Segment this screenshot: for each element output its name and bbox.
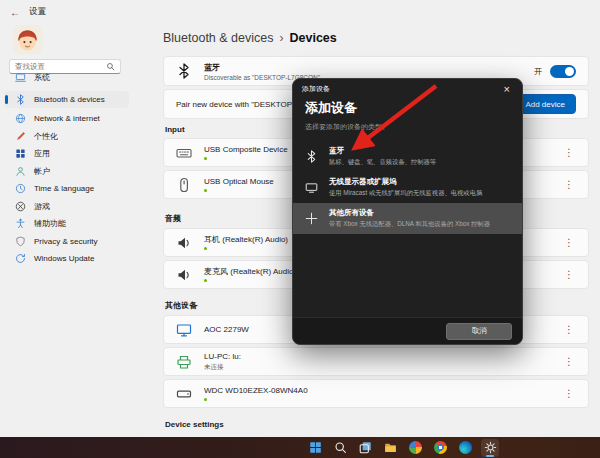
device-status-text: 未连接 <box>204 363 241 372</box>
dialog-option-desc: 使用 Miracast 或无线扩展坞的无线监视器、电视或电脑 <box>329 189 482 198</box>
bluetooth-toggle[interactable] <box>550 65 576 78</box>
add-device-button[interactable]: Add device <box>514 94 576 114</box>
device-name: USB Optical Mouse <box>204 177 274 187</box>
more-options-button[interactable]: ⋮ <box>562 357 576 367</box>
sidebar-nav: 系统Bluetooth & devicesNetwork & internet个… <box>4 69 129 268</box>
task-view-icon <box>359 441 372 454</box>
selection-indicator <box>5 95 8 104</box>
drive-icon <box>176 386 192 402</box>
apps-icon <box>15 148 26 159</box>
dialog-footer: 取消 <box>293 317 522 344</box>
titlebar: ← 设置 <box>10 5 46 19</box>
sidebar-item-accessibility[interactable]: 辅助功能 <box>4 215 129 233</box>
plus-icon <box>305 212 318 225</box>
sidebar-item-system[interactable]: 系统 <box>4 69 129 87</box>
display-icon <box>305 181 318 194</box>
sidebar-item-label: 游戏 <box>34 201 50 212</box>
bluetooth-icon <box>176 63 192 79</box>
monitor-icon <box>176 322 192 338</box>
dialog-subheading: 选择要添加的设备的类型。 <box>305 122 510 132</box>
sidebar-item-label: Time & language <box>34 184 94 193</box>
device-name: WDC WD10EZEX-08WN4A0 <box>204 386 308 396</box>
sidebar-item-label: Bluetooth & devices <box>34 95 105 104</box>
taskbar-search-button[interactable] <box>331 439 349 457</box>
photos-icon <box>409 441 422 454</box>
pc-icon <box>176 354 192 370</box>
more-options-button[interactable]: ⋮ <box>562 148 576 158</box>
system-icon <box>15 72 26 83</box>
taskbar-task-view-button[interactable] <box>356 439 374 457</box>
connected-dot <box>204 279 207 282</box>
sidebar-item-label: 系统 <box>34 72 50 83</box>
breadcrumb: Bluetooth & devices › Devices <box>163 28 589 48</box>
dialog-option-title: 蓝牙 <box>329 146 436 156</box>
sidebar-item-label: 帐户 <box>34 166 50 177</box>
toggle-state-label: 开 <box>534 66 542 77</box>
more-options-button[interactable]: ⋮ <box>562 270 576 280</box>
section-title: Device settings <box>165 420 589 429</box>
sidebar-item-gaming[interactable]: 游戏 <box>4 198 129 216</box>
network-icon <box>15 113 26 124</box>
privacy-icon <box>15 236 26 247</box>
dialog-option-desc: 带有 Xbox 无线适配器、DLNA 和其他设备的 Xbox 控制器 <box>329 220 490 229</box>
user-avatar <box>13 25 42 54</box>
taskbar-settings-button[interactable] <box>481 439 499 457</box>
taskbar <box>0 437 600 458</box>
more-options-button[interactable]: ⋮ <box>562 238 576 248</box>
dialog-option-title: 其他所有设备 <box>329 208 490 218</box>
dialog-title: 添加设备 <box>302 84 330 94</box>
device-info: USB Optical Mouse <box>204 177 274 193</box>
chevron-right-icon: › <box>280 31 284 45</box>
more-options-button[interactable]: ⋮ <box>562 180 576 190</box>
device-info: 耳机 (Realtek(R) Audio) <box>204 235 288 251</box>
sidebar-item-label: Network & internet <box>34 114 100 123</box>
taskbar-start-button[interactable] <box>306 439 324 457</box>
cancel-button[interactable]: 取消 <box>446 323 512 340</box>
dialog-option-everything-else[interactable]: 其他所有设备带有 Xbox 无线适配器、DLNA 和其他设备的 Xbox 控制器 <box>293 203 522 234</box>
bluetooth-icon <box>15 94 26 105</box>
device-name: AOC 2279W <box>204 325 249 335</box>
device-info: AOC 2279W <box>204 325 249 335</box>
update-icon <box>15 253 26 264</box>
dialog-option-bluetooth[interactable]: 蓝牙鼠标、键盘、笔、音频设备、控制器等 <box>293 141 522 172</box>
sidebar-item-windows-update[interactable]: Windows Update <box>4 250 129 268</box>
back-button[interactable]: ← <box>10 7 20 18</box>
taskbar-photos-button[interactable] <box>406 439 424 457</box>
taskbar-file-explorer-button[interactable] <box>381 439 399 457</box>
file-explorer-icon <box>384 441 397 454</box>
device-row: WDC WD10EZEX-08WN4A0⋮ <box>163 379 589 408</box>
connected-dot <box>204 189 207 192</box>
device-name: 麦克风 (Realtek(R) Audio) <box>204 267 296 277</box>
sidebar-item-time-language[interactable]: Time & language <box>4 180 129 198</box>
device-info: LU-PC: lu:未连接 <box>204 352 241 372</box>
sidebar-item-label: Windows Update <box>34 254 94 263</box>
dialog-option-wireless-display[interactable]: 无线显示器或扩展坞使用 Miracast 或无线扩展坞的无线监视器、电视或电脑 <box>293 172 522 203</box>
start-icon <box>309 441 322 454</box>
device-info: 麦克风 (Realtek(R) Audio) <box>204 267 296 283</box>
personalization-icon <box>15 131 26 142</box>
page-title: Devices <box>290 31 337 45</box>
taskbar-chrome-button[interactable] <box>431 439 449 457</box>
sidebar-item-privacy-security[interactable]: Privacy & security <box>4 233 129 251</box>
device-name: 耳机 (Realtek(R) Audio) <box>204 235 288 245</box>
connected-dot <box>204 247 207 250</box>
dialog-option-info: 无线显示器或扩展坞使用 Miracast 或无线扩展坞的无线监视器、电视或电脑 <box>329 177 482 197</box>
sidebar-item-label: 个性化 <box>34 131 58 142</box>
sidebar-item-personalization[interactable]: 个性化 <box>4 128 129 146</box>
sidebar-item-apps[interactable]: 应用 <box>4 145 129 163</box>
sidebar-item-bluetooth-devices[interactable]: Bluetooth & devices <box>4 91 129 109</box>
search-icon <box>334 441 347 454</box>
breadcrumb-parent[interactable]: Bluetooth & devices <box>163 31 274 45</box>
keyboard-icon <box>176 145 192 161</box>
sidebar-item-network-internet[interactable]: Network & internet <box>4 110 129 128</box>
taskbar-edge-button[interactable] <box>456 439 474 457</box>
more-options-button[interactable]: ⋮ <box>562 325 576 335</box>
settings-icon <box>484 441 497 454</box>
close-icon[interactable]: × <box>501 84 513 95</box>
connected-dot <box>204 398 207 401</box>
more-options-button[interactable]: ⋮ <box>562 389 576 399</box>
bluetooth-card-title: 蓝牙 <box>204 62 320 73</box>
device-name: LU-PC: lu: <box>204 352 241 362</box>
add-device-dialog: 添加设备 × 添加设备 选择要添加的设备的类型。 蓝牙鼠标、键盘、笔、音频设备、… <box>292 78 523 345</box>
sidebar-item-accounts[interactable]: 帐户 <box>4 163 129 181</box>
